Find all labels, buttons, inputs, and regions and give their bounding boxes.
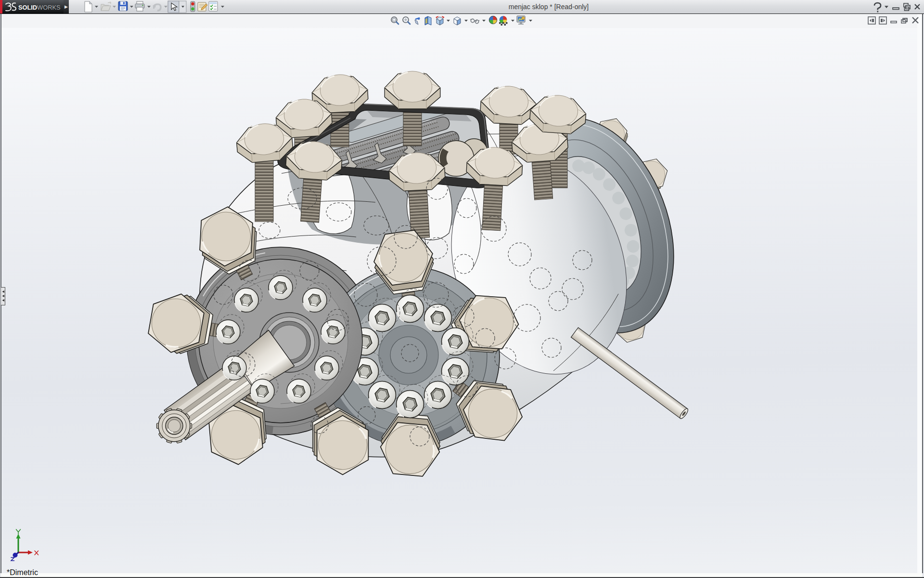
svg-text:SOLIDWORKS: SOLIDWORKS — [18, 4, 60, 11]
